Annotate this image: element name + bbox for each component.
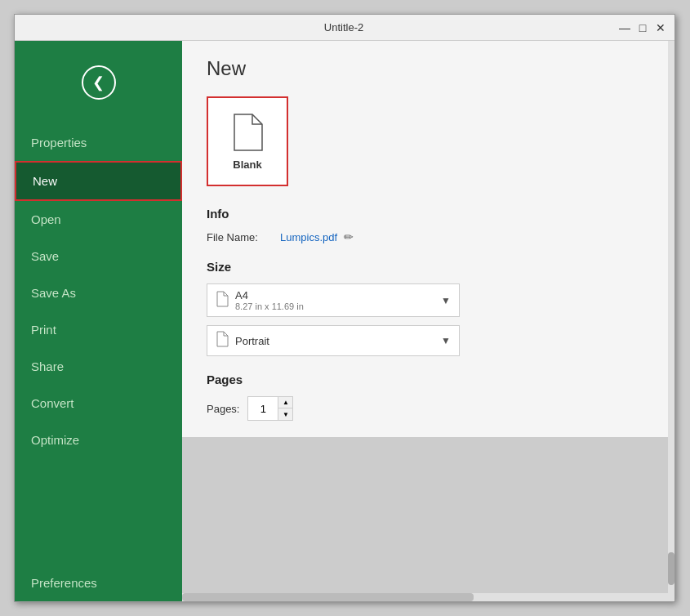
size-doc-icon (216, 291, 229, 310)
sidebar: ❮ Properties New Open Save Save As Print… (15, 41, 182, 601)
blank-template-card[interactable]: Blank (207, 96, 288, 186)
orientation-dropdown-arrow: ▼ (441, 335, 451, 346)
sidebar-item-save[interactable]: Save (15, 238, 182, 275)
window-controls: — □ ✕ (617, 20, 668, 35)
pages-section: Pages Pages: ▲ ▼ (207, 373, 650, 421)
info-section-title: Info (207, 207, 650, 221)
orientation-label: Portrait (235, 335, 434, 347)
sidebar-item-optimize[interactable]: Optimize (15, 422, 182, 458)
size-section: Size A4 8.27 in x 11.69 in ▼ (207, 260, 650, 356)
sidebar-item-convert[interactable]: Convert (15, 385, 182, 422)
sidebar-item-properties[interactable]: Properties (15, 124, 182, 161)
back-button[interactable]: ❮ (82, 65, 116, 100)
file-name-field: Lumpics.pdf ✏ (280, 230, 354, 243)
edit-icon[interactable]: ✏ (344, 230, 354, 243)
sidebar-item-print[interactable]: Print (15, 311, 182, 348)
info-row: File Name: Lumpics.pdf ✏ (207, 230, 650, 243)
main-content: New Blank Info (182, 41, 674, 437)
close-button[interactable]: ✕ (653, 20, 668, 35)
size-dropdown-arrow: ▼ (441, 295, 451, 306)
orientation-text: Portrait (235, 335, 434, 347)
size-dropdown[interactable]: A4 8.27 in x 11.69 in ▼ (207, 283, 460, 317)
main-wrapper: New Blank Info (182, 41, 674, 601)
template-label: Blank (233, 158, 261, 171)
scrollbar-thumb[interactable] (668, 552, 674, 585)
size-dropdown-text: A4 8.27 in x 11.69 in (235, 289, 434, 311)
document-icon (231, 113, 264, 152)
size-sub-text: 8.27 in x 11.69 in (235, 301, 434, 311)
spinner-down-button[interactable]: ▼ (278, 408, 292, 420)
window-title: Untitle-2 (70, 21, 617, 33)
spinner-buttons: ▲ ▼ (278, 397, 292, 420)
spinner-up-button[interactable]: ▲ (278, 397, 292, 408)
sidebar-item-save-as[interactable]: Save As (15, 275, 182, 311)
pages-section-title: Pages (207, 373, 650, 386)
pages-spinner: ▲ ▼ (247, 396, 293, 421)
horizontal-scrollbar[interactable] (182, 593, 668, 601)
sidebar-item-preferences[interactable]: Preferences (15, 565, 182, 601)
templates-row: Blank (207, 96, 650, 186)
main-window: Untitle-2 — □ ✕ ❮ Properties New Open Sa… (14, 14, 675, 602)
size-main-text: A4 (235, 289, 434, 301)
sidebar-item-new[interactable]: New (15, 161, 182, 201)
file-name-label: File Name: (207, 231, 272, 243)
pages-row: Pages: ▲ ▼ (207, 396, 650, 421)
orientation-icon (216, 331, 229, 350)
pages-label: Pages: (207, 403, 239, 415)
maximize-button[interactable]: □ (635, 20, 650, 35)
title-bar: Untitle-2 — □ ✕ (15, 15, 674, 41)
horizontal-scroll-thumb[interactable] (182, 593, 474, 601)
sidebar-item-open[interactable]: Open (15, 201, 182, 238)
page-title: New (207, 57, 650, 80)
orientation-dropdown[interactable]: Portrait ▼ (207, 325, 460, 356)
vertical-scrollbar[interactable] (668, 41, 674, 601)
window-body: ❮ Properties New Open Save Save As Print… (15, 41, 674, 601)
new-item-container: New (15, 161, 182, 201)
size-section-title: Size (207, 260, 650, 274)
minimize-button[interactable]: — (617, 20, 632, 35)
sidebar-item-share[interactable]: Share (15, 348, 182, 385)
pages-input[interactable] (248, 400, 278, 418)
back-icon: ❮ (92, 74, 105, 92)
file-name-value: Lumpics.pdf (280, 231, 337, 243)
